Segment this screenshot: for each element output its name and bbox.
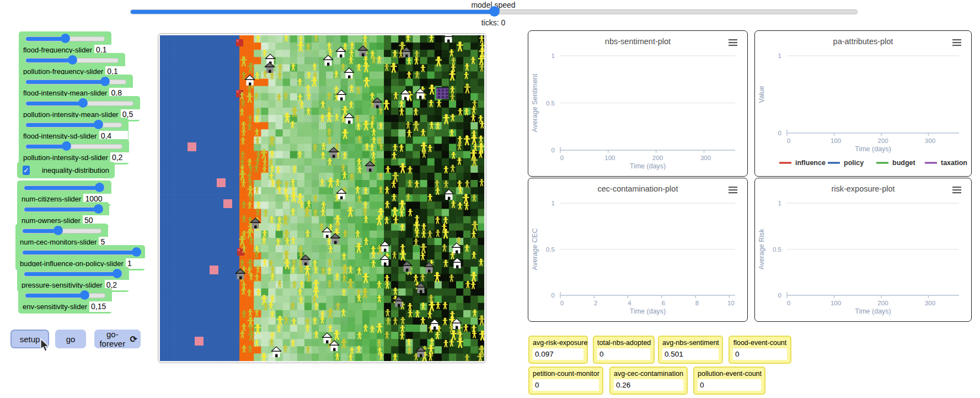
slider-track[interactable]: [22, 229, 101, 234]
slider-track[interactable]: [24, 207, 103, 212]
slider-track[interactable]: [24, 185, 105, 190]
setup-button[interactable]: setup: [10, 330, 49, 348]
plot-menu-icon[interactable]: [952, 192, 961, 193]
x-tick-label: 300: [925, 137, 935, 144]
slider-value[interactable]: 1: [126, 258, 154, 269]
slider-track[interactable]: [25, 36, 105, 41]
plot-pa-attributes-plot: pa-attributes-plot010100200300Time (days…: [754, 30, 972, 177]
button-label: go: [66, 335, 76, 344]
slider-pollution-intensity-sd-slider[interactable]: pollution-intensity-sd-slider0,2: [19, 139, 129, 164]
plot-menu-icon[interactable]: [952, 187, 961, 188]
x-tick-label: 300: [700, 155, 711, 161]
y-tick-label: 0: [778, 292, 781, 299]
plot-nbs-sentiment-plot: nbs-sentiment-plot00.510100200300Time (d…: [528, 30, 748, 177]
monitor-label: flood-event-count: [733, 339, 787, 347]
slider-fill: [24, 272, 117, 276]
y-axis-label: Value: [758, 86, 765, 103]
plot-menu-icon[interactable]: [729, 187, 737, 188]
x-axis-label: Time (days): [855, 145, 891, 153]
plot-menu-icon[interactable]: [952, 42, 961, 43]
y-tick-label: 0.5: [773, 246, 781, 253]
plot-menu-icon[interactable]: [952, 189, 961, 190]
plot-menu-icon[interactable]: [729, 39, 737, 40]
slider-fill: [24, 208, 98, 211]
x-tick-label: 0: [560, 300, 564, 306]
monitor-pollution-event-count: pollution-event-count0: [693, 367, 765, 395]
slider-thumb[interactable]: [94, 204, 103, 214]
slider-thumb[interactable]: [62, 141, 71, 151]
slider-thumb[interactable]: [95, 183, 104, 192]
legend-label: taxation: [941, 159, 967, 167]
plot-menu-icon[interactable]: [729, 192, 737, 193]
world-view[interactable]: [160, 35, 484, 361]
plot-risk-exposure-plot: risk-exposure-plot00.510100200300Time (d…: [754, 178, 972, 322]
slider-fill: [26, 59, 72, 62]
monitor-label: pollution-event-count: [698, 370, 761, 378]
slider-track[interactable]: [25, 123, 122, 128]
monitor-value: 0.26: [614, 379, 683, 391]
slider-value[interactable]: 0,15: [89, 301, 118, 312]
x-tick-label: 300: [925, 300, 935, 306]
slider-track[interactable]: [25, 144, 122, 149]
plot-cec-contamination-plot: cec-contamination-plot00.510246810Time (…: [528, 178, 748, 322]
slider-thumb[interactable]: [113, 269, 122, 278]
slider-thumb[interactable]: [61, 34, 70, 43]
slider-track[interactable]: [25, 79, 126, 84]
slider-fill: [23, 251, 136, 254]
plot-title: nbs-sentiment-plot: [605, 37, 671, 46]
slider-label: env-sensitivity-slider: [23, 303, 87, 311]
x-tick-label: 0: [787, 137, 790, 144]
monitor-flood-event-count: flood-event-count0: [729, 336, 791, 364]
plot-menu-icon[interactable]: [952, 45, 961, 46]
model-speed-slider[interactable]: [130, 9, 858, 14]
legend-label: budget: [892, 159, 915, 167]
slider-track[interactable]: [25, 58, 119, 63]
x-tick-label: 10: [727, 300, 735, 306]
model-speed-thumb[interactable]: [489, 6, 500, 17]
monitor-value: 0: [533, 379, 599, 391]
plot-menu-icon[interactable]: [729, 45, 737, 46]
slider-thumb[interactable]: [94, 120, 103, 129]
x-tick-label: 100: [831, 137, 841, 144]
slider-fill: [26, 145, 66, 148]
x-tick-label: 200: [877, 137, 888, 144]
monitor-label: avg-nbs-sentiment: [662, 339, 719, 347]
slider-thumb[interactable]: [68, 55, 77, 65]
plot-menu-icon[interactable]: [952, 39, 961, 40]
checkbox-check-icon[interactable]: ✓: [23, 166, 30, 175]
netlogo-model-app: model speed ticks: 0 flood-frequency-sli…: [0, 0, 980, 398]
monitor-label: petition-count-monitor: [533, 370, 599, 378]
x-axis-label: Time (days): [855, 307, 891, 315]
monitor-value: 0.501: [662, 348, 719, 360]
x-tick-label: 100: [604, 155, 615, 161]
model-speed-fill: [131, 10, 494, 14]
checkbox-inequality-distribution[interactable]: ✓inequality-distribution: [17, 162, 115, 178]
slider-track[interactable]: [24, 272, 122, 277]
x-tick-label: 200: [652, 155, 663, 161]
monitor-total-nbs-adopted: total-nbs-adopted0: [593, 336, 655, 364]
plot-menu-icon[interactable]: [729, 42, 737, 43]
slider-env-sensitivity-slider[interactable]: env-sensitivity-slider0,15: [18, 288, 112, 314]
y-axis-label: Average Sentiment: [531, 73, 539, 132]
go-forever-button[interactable]: go-forever⟳: [94, 330, 141, 348]
slider-thumb[interactable]: [100, 77, 110, 86]
go-button[interactable]: go: [55, 330, 86, 348]
y-tick-label: 0: [778, 130, 781, 136]
refresh-icon: ⟳: [130, 334, 137, 344]
slider-track[interactable]: [25, 101, 133, 106]
x-axis-label: Time (days): [630, 162, 666, 170]
button-label: go-forever: [98, 330, 127, 348]
plot-menu-icon[interactable]: [729, 189, 737, 190]
slider-fill: [26, 123, 98, 127]
slider-track[interactable]: [25, 293, 105, 298]
slider-thumb[interactable]: [53, 226, 63, 235]
monitor-avg-nbs-sentiment: avg-nbs-sentiment0.501: [658, 336, 723, 364]
x-tick-label: 100: [831, 300, 841, 306]
slider-thumb[interactable]: [78, 98, 88, 108]
slider-thumb[interactable]: [80, 290, 89, 300]
y-tick-label: 0.5: [546, 100, 555, 107]
plot-title: risk-exposure-plot: [831, 184, 895, 193]
slider-track[interactable]: [22, 250, 138, 255]
slider-thumb[interactable]: [132, 247, 141, 257]
slider-value[interactable]: 0,2: [110, 152, 139, 163]
